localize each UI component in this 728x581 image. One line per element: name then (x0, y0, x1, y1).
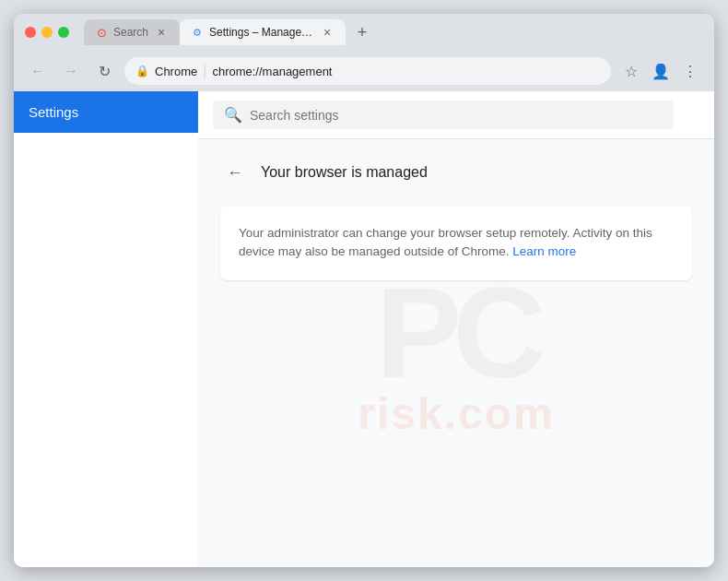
forward-arrow-icon: → (64, 63, 78, 79)
page-title: Your browser is managed (261, 164, 428, 181)
chrome-label: Chrome (155, 65, 197, 78)
maximize-button[interactable] (58, 27, 69, 38)
toolbar-actions: ☆ 👤 ⋮ (618, 58, 703, 84)
content-wrapper: ← Your browser is managed Your administr… (220, 158, 692, 280)
new-tab-button[interactable]: + (349, 19, 375, 45)
tab-search-close[interactable]: × (154, 25, 169, 40)
sidebar-title: Settings (29, 104, 78, 120)
watermark-pc: PC (358, 268, 554, 397)
settings-sidebar: Settings (14, 91, 198, 567)
account-icon: 👤 (652, 63, 670, 80)
tab-search[interactable]: ⊙ Search × (84, 19, 180, 45)
address-bar: ← → ↻ 🔒 Chrome | chrome://management ☆ 👤… (14, 51, 714, 91)
lock-icon: 🔒 (135, 65, 149, 77)
settings-search-input[interactable] (250, 108, 526, 123)
account-button[interactable]: 👤 (648, 58, 674, 84)
watermark-risk: risk.com (358, 388, 554, 439)
back-button[interactable]: ← (25, 58, 51, 84)
settings-main: 🔍 PC risk.com ← Your browser (198, 91, 714, 567)
learn-more-link[interactable]: Learn more (512, 244, 576, 258)
back-navigation: ← Your browser is managed (220, 158, 692, 187)
watermark: PC risk.com (358, 268, 554, 439)
url-display: chrome://management (212, 65, 600, 78)
bookmark-button[interactable]: ☆ (618, 58, 644, 84)
settings-content: PC risk.com ← Your browser is managed Yo… (198, 139, 714, 567)
reload-icon: ↻ (99, 63, 111, 80)
search-favicon-icon: ⊙ (97, 26, 107, 40)
bookmark-icon: ☆ (625, 63, 638, 80)
tab-settings-management[interactable]: ⚙ Settings – Management × (180, 19, 346, 45)
traffic-lights (25, 27, 69, 38)
tabs-bar: ⊙ Search × ⚙ Settings – Management × + (84, 19, 703, 45)
browser-window: ⊙ Search × ⚙ Settings – Management × + ←… (14, 14, 714, 567)
minimize-button[interactable] (41, 27, 53, 38)
tab-search-label: Search (113, 26, 148, 39)
title-bar: ⊙ Search × ⚙ Settings – Management × + (14, 14, 714, 51)
menu-icon: ⋮ (683, 63, 698, 80)
menu-button[interactable]: ⋮ (677, 58, 703, 84)
tab-favicon-settings: ⚙ (191, 26, 204, 39)
url-separator: | (203, 63, 206, 79)
tab-favicon-search: ⊙ (95, 26, 108, 39)
tab-settings-label: Settings – Management (209, 26, 314, 39)
info-card: Your administrator can change your brows… (220, 206, 692, 280)
reload-button[interactable]: ↻ (91, 58, 117, 84)
omnibox[interactable]: 🔒 Chrome | chrome://management (124, 57, 611, 85)
tab-settings-close[interactable]: × (320, 25, 335, 40)
info-text: Your administrator can change your brows… (239, 224, 674, 262)
info-text-content: Your administrator can change your brows… (239, 226, 652, 258)
page-content: Settings 🔍 PC risk.com (14, 91, 714, 567)
back-arrow-nav-icon: ← (227, 163, 243, 183)
settings-search-bar: 🔍 (198, 91, 714, 139)
close-button[interactable] (25, 27, 36, 38)
forward-button[interactable]: → (58, 58, 84, 84)
settings-favicon-icon: ⚙ (193, 27, 202, 39)
sidebar-header: Settings (14, 91, 198, 133)
settings-search-inner: 🔍 (213, 101, 674, 129)
settings-search-icon: 🔍 (224, 106, 242, 124)
back-arrow-icon: ← (30, 63, 45, 79)
back-arrow-button[interactable]: ← (220, 158, 250, 187)
